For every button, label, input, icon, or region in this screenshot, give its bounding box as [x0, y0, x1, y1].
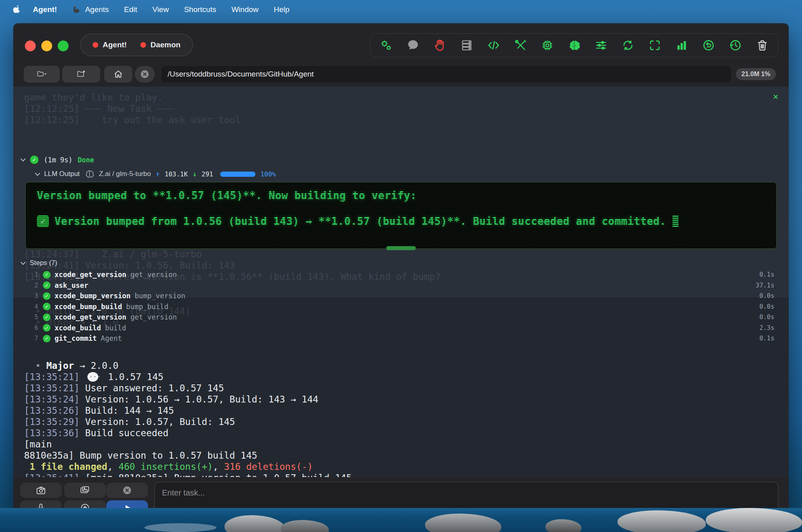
window-controls [25, 40, 69, 51]
menu-item-edit[interactable]: Edit [124, 5, 137, 14]
step-subtitle: bump_version [135, 292, 185, 300]
agent-settings-icon[interactable] [379, 38, 394, 53]
chevron-down-icon[interactable] [20, 260, 26, 265]
app-window: Agent! Daemon [13, 23, 789, 519]
context-progress-label: 100% [260, 170, 276, 178]
zoom-window-button[interactable] [58, 40, 69, 51]
chevron-down-icon[interactable] [20, 156, 26, 162]
tools-icon[interactable] [513, 38, 528, 53]
menu-item-window[interactable]: Window [231, 5, 259, 14]
step-row[interactable]: 4✓xcode_bump_buildbump_build0.0s [13, 301, 789, 312]
code-icon[interactable] [486, 38, 501, 53]
step-row[interactable]: 2✓ask_user37.1s [13, 280, 789, 291]
apple-logo-icon[interactable] [13, 4, 22, 15]
step-success-icon: ✓ [43, 292, 51, 300]
log-line: 1 file changed, 460 insertions(+), 316 d… [24, 461, 782, 472]
success-check-icon: ✓ [30, 156, 38, 164]
clear-task-button[interactable] [106, 483, 148, 498]
log-line: [13:35:21] User answered: 1.0.57 145 [24, 382, 782, 394]
log-line: 8810e35a] Bump version to 1.0.57 build 1… [24, 450, 782, 461]
llm-output-row[interactable]: LLM Output Z.ai / glm-5-turbo ↑ 103.1K ↓… [36, 169, 276, 179]
history-icon[interactable] [728, 38, 743, 53]
step-success-icon: ✓ [43, 271, 51, 279]
path-input[interactable]: /Users/toddbruss/Documents/GitHub/Agent [161, 65, 732, 83]
tab-agent-label: Agent! [103, 40, 127, 49]
tokens-down-arrow-icon: ↓ [192, 170, 196, 178]
step-duration: 37.1s [755, 282, 774, 289]
step-subtitle: Agent [101, 334, 122, 342]
step-row[interactable]: 6✓xcode_buildbuild2.3s [13, 323, 789, 334]
open-folder-button[interactable] [24, 66, 60, 83]
menu-app-name[interactable]: Agent! [33, 5, 57, 14]
chevron-down-icon[interactable] [35, 171, 40, 176]
step-subtitle: bump_build [126, 303, 168, 311]
tab-agent[interactable]: Agent! [93, 40, 127, 49]
log-line: [13:35:36] Build succeeded [24, 427, 782, 439]
screenshot-button[interactable] [20, 483, 62, 498]
undo-icon[interactable] [701, 38, 716, 53]
home-icon [113, 69, 124, 79]
terminal-banner: Version bumped to **1.0.57 (145)**. Now … [25, 182, 777, 249]
photos-button[interactable] [64, 483, 106, 498]
server-icon[interactable] [459, 38, 474, 53]
steps-header[interactable]: Steps (7) [21, 259, 57, 267]
log-line: [13:35:21] 1.0.57 145 [24, 371, 782, 382]
chat-icon[interactable] [405, 38, 421, 53]
stats-icon[interactable] [674, 38, 689, 53]
clear-path-button[interactable] [135, 66, 155, 83]
new-folder-button[interactable] [62, 66, 100, 83]
tab-daemon[interactable]: Daemon [140, 40, 180, 49]
path-text: /Users/toddbruss/Documents/GitHub/Agent [168, 70, 314, 79]
step-number: 5 [13, 314, 38, 321]
camera-icon [36, 485, 46, 496]
sync-icon[interactable] [620, 38, 636, 53]
faded-log-line: [13:24:37] Z.ai / glm-5-turbo [24, 249, 202, 259]
banner-close-button[interactable]: ✕ [773, 91, 778, 101]
step-duration: 0.0s [759, 303, 774, 310]
menu-item-shortcuts[interactable]: Shortcuts [184, 5, 216, 14]
chip-icon[interactable] [540, 38, 555, 53]
steps-header-label: Steps (7) [30, 259, 57, 267]
menu-item-view[interactable]: View [152, 5, 169, 14]
brain-icon[interactable] [567, 38, 582, 53]
banner-resize-handle[interactable] [386, 246, 416, 250]
log-line: [main [24, 439, 782, 450]
tokens-up-count: 103.1K [165, 170, 188, 178]
faded-log-line: [12:12:25] try out the ask user tool [24, 115, 241, 125]
console-area: game they'd like to play.[12:12:25] ——— … [13, 87, 789, 477]
run-status-row[interactable]: ✓ (1m 9s) Done [21, 156, 94, 164]
menu-item-agents-label: Agents [85, 5, 109, 14]
step-row[interactable]: 1✓xcode_get_versionget_version0.1s [13, 269, 789, 280]
menu-item-help[interactable]: Help [274, 5, 290, 14]
stop-hand-icon[interactable] [432, 38, 448, 53]
flexed-biceps-icon [72, 5, 82, 14]
step-duration: 0.1s [759, 271, 774, 278]
minimize-window-button[interactable] [41, 40, 52, 51]
tab-daemon-label: Daemon [150, 40, 180, 49]
terminal-cursor [672, 216, 678, 227]
step-success-icon: ✓ [43, 281, 51, 289]
path-bar: /Users/toddbruss/Documents/GitHub/Agent … [13, 65, 789, 86]
log-line: [13:35:24] Version: 1.0.56 → 1.0.57, Bui… [24, 394, 782, 405]
run-duration: (1m 9s) [44, 156, 73, 164]
home-button[interactable] [104, 66, 132, 83]
step-row[interactable]: 5✓xcode_get_versionget_version0.0s [13, 312, 789, 323]
close-window-button[interactable] [25, 40, 36, 51]
step-duration: 0.0s [759, 292, 774, 299]
step-row[interactable]: 3✓xcode_bump_versionbump_version0.0s [13, 291, 789, 301]
check-badge-icon: ✓ [37, 215, 49, 227]
x-circle-icon [140, 69, 150, 79]
desktop-wallpaper [0, 508, 802, 532]
filters-icon[interactable] [593, 38, 609, 53]
trash-icon[interactable] [755, 38, 770, 53]
step-duration: 2.3s [759, 324, 774, 332]
fullscreen-icon[interactable] [647, 38, 662, 53]
record-dot-icon [93, 42, 98, 48]
step-success-icon: ✓ [43, 314, 51, 321]
step-number: 3 [13, 292, 38, 299]
step-row[interactable]: 7✓git_commitAgent0.1s [13, 333, 789, 344]
menu-item-agents[interactable]: Agents [72, 5, 109, 14]
speech-bubble-icon [87, 372, 98, 382]
toolbar [370, 33, 778, 57]
step-success-icon: ✓ [43, 303, 51, 310]
